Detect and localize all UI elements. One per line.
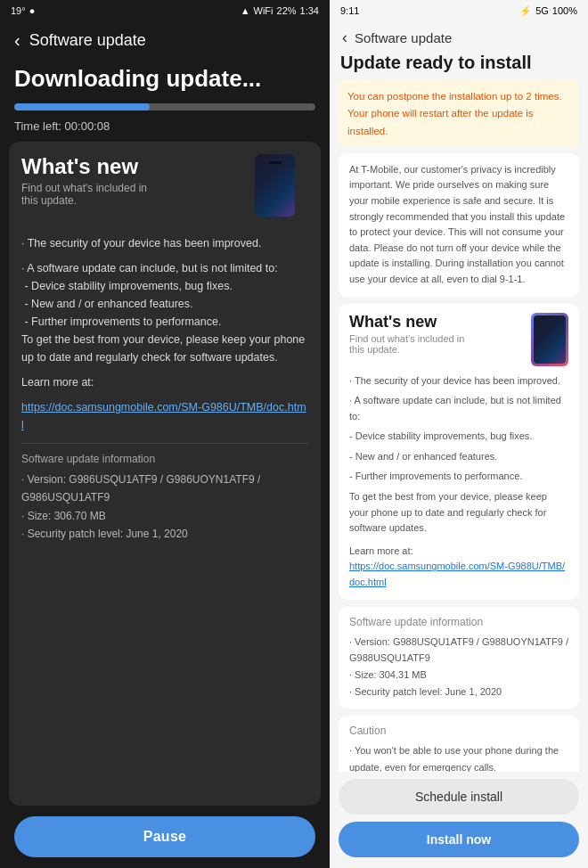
bt-icon: ⚡ [519,5,532,17]
whats-new-text-left: What's new Find out what's included in t… [21,154,164,207]
patch-right: · Security patch level: June 1, 2020 [349,684,568,700]
signal-5g-icon: 5G [535,5,549,16]
update-info-right-title: Software update information [349,616,568,628]
right-body-4: - New and / or enhanced features. [349,449,568,465]
size-left: · Size: 306.70 MB [21,507,308,525]
right-body-5: - Further improvements to performance. [349,469,568,485]
phone-screen-sim-left [255,154,295,217]
right-panel: 9:11 ⚡ 5G 100% ‹ Software update Update … [330,0,588,868]
back-button-left[interactable]: ‹ [14,30,20,51]
wifi-icon: WiFi [254,5,274,16]
right-time: 9:11 [340,5,359,16]
right-body-6: To get the best from your device, please… [349,489,568,536]
learn-more-right: Learn more at: https://doc.samsungmobile… [349,544,568,591]
progress-bar-fill [14,103,150,111]
caution-item-1: · You won't be able to use your phone du… [349,742,568,772]
learn-more-link-right[interactable]: https://doc.samsungmobile.com/SM-G988U/T… [349,561,565,587]
right-header: ‹ Software update [330,21,588,53]
signal-icon: ▲ [241,5,250,16]
whats-new-right-body: · The security of your device has been i… [349,373,568,591]
whats-new-right-card: What's new Find out what's included in t… [339,304,579,600]
right-header-title: Software update [355,30,452,45]
left-header-title: Software update [29,31,146,50]
install-now-button[interactable]: Install now [339,822,579,857]
right-status-icons: ▲ WiFi 22% 1:34 [241,5,319,16]
patch-left: · Security patch level: June 1, 2020 [21,525,308,543]
version-right: · Version: G988USQU1ATF9 / G988UOYN1ATF9… [349,634,568,667]
whats-new-header-left: What's new Find out what's included in t… [21,154,308,225]
postpone-notice: You can postpone the installation up to … [339,80,579,146]
pause-button-container: Pause [0,806,330,868]
right-body-3: - Device stability improvements, bug fix… [349,429,568,445]
learn-more-label-left: Learn more at: [21,373,308,391]
phone-image-left [255,154,308,225]
update-info-title-left: Software update information [21,453,308,465]
pause-button[interactable]: Pause [14,816,315,857]
progress-bar-container [14,103,315,111]
schedule-install-button[interactable]: Schedule install [339,779,579,815]
caution-card: Caution · You won't be able to use your … [339,716,579,772]
update-info-right-body: · Version: G988USQU1ATF9 / G988UOYN1ATF9… [349,634,568,700]
postpone-text: You can postpone the installation up to … [347,91,562,136]
privacy-card: At T-Mobile, our customer's privacy is i… [339,153,579,297]
time-left: Time left: 00:00:08 [0,116,330,142]
right-status-bar: 9:11 ⚡ 5G 100% [330,0,588,21]
right-body-1: · The security of your device has been i… [349,373,568,389]
left-status-bar: 19° ● ▲ WiFi 22% 1:34 [0,0,330,21]
learn-more-label-right: Learn more at: [349,545,413,556]
left-status-icons: 19° ● [11,5,35,16]
phone-image-right [531,313,568,366]
learn-more-link-left[interactable]: https://doc.samsungmobile.com/SM-G986U/T… [21,401,306,431]
caution-body: · You won't be able to use your phone du… [349,742,568,772]
whats-new-right-text: What's new Find out what's included in t… [349,313,465,355]
size-right: · Size: 304.31 MB [349,667,568,684]
phone-screen-right [534,315,566,364]
caution-title: Caution [349,725,568,737]
left-header: ‹ Software update [0,21,330,58]
whats-new-right-subtitle: Find out what's included in this update. [349,333,465,355]
update-info-body-left: · Version: G986USQU1ATF9 / G986UOYN1ATF9… [21,471,308,544]
battery-right: 100% [552,5,577,16]
whats-new-card-left: What's new Find out what's included in t… [9,142,321,806]
update-ready-title: Update ready to install [339,53,579,73]
body-item-1-left: · The security of your device has been i… [21,234,308,252]
body-item-2-left: · A software update can include, but is … [21,259,308,366]
whats-new-title-left: What's new [21,154,164,180]
update-info-right-card: Software update information · Version: G… [339,607,579,709]
temperature-icon: 19° [11,5,26,16]
time-display: 1:34 [300,5,319,16]
right-body-2: · A software update can include, but is … [349,393,568,424]
whats-new-right-title: What's new [349,313,465,332]
update-info-section-left: Software update information · Version: G… [21,443,308,544]
back-button-right[interactable]: ‹ [342,29,347,47]
privacy-text: At T-Mobile, our customer's privacy is i… [349,164,565,284]
right-status-icons: ⚡ 5G 100% [519,5,577,17]
whats-new-body-left: · The security of your device has been i… [21,234,308,434]
left-panel: 19° ● ▲ WiFi 22% 1:34 ‹ Software update … [0,0,330,868]
downloading-title: Downloading update... [0,58,330,98]
version-left: · Version: G986USQU1ATF9 / G986UOYN1ATF9… [21,471,308,507]
whats-new-right-header: What's new Find out what's included in t… [349,313,568,366]
whats-new-subtitle-left: Find out what's included in this update. [21,182,164,207]
notification-dot: ● [29,5,36,16]
right-scroll-content[interactable]: Update ready to install You can postpone… [330,53,588,772]
battery-left-status: 22% [277,5,297,16]
right-buttons: Schedule install Install now [330,772,588,868]
